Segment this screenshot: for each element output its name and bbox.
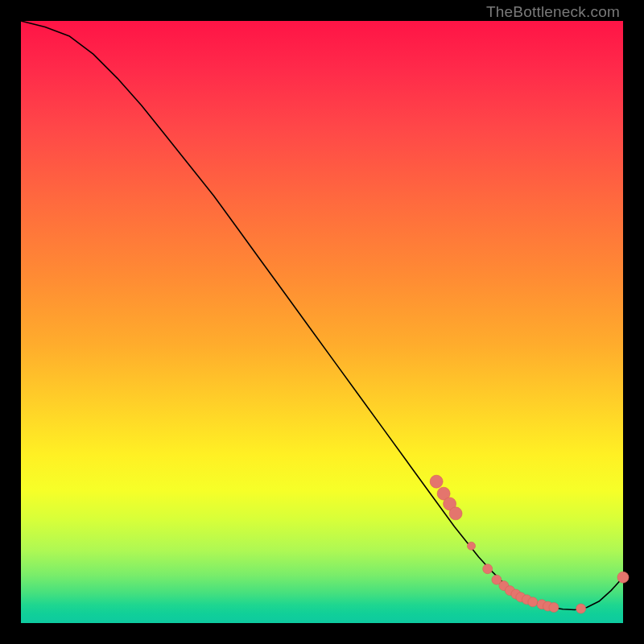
plot-area [21, 21, 623, 623]
data-marker [483, 564, 493, 574]
data-marker [549, 603, 559, 613]
watermark-text: TheBottleneck.com [486, 3, 620, 21]
data-marker [430, 475, 443, 488]
data-marker [528, 597, 538, 607]
marker-group [430, 475, 629, 613]
chart-stage: TheBottleneck.com [0, 0, 644, 644]
bottleneck-curve [21, 21, 623, 610]
data-marker [449, 507, 462, 520]
data-marker [576, 604, 586, 613]
chart-svg [21, 21, 623, 623]
data-marker [617, 572, 629, 583]
data-marker [468, 542, 476, 550]
